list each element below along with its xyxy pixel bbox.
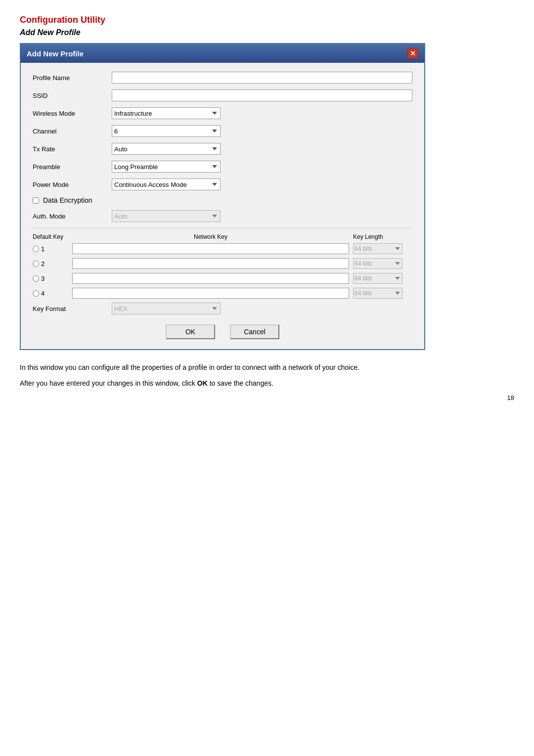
preamble-row: Preamble Long Preamble Short Preamble Au…	[33, 161, 412, 173]
preamble-select[interactable]: Long Preamble Short Preamble Auto	[112, 161, 221, 173]
key-format-row: Key Format HEX ASCII	[33, 303, 412, 314]
key-4-length-col: 64 bits 128 bits	[353, 288, 412, 299]
key-1-label: 1	[41, 245, 44, 253]
description-para2-suffix: to save the changes.	[208, 379, 273, 387]
key-2-input[interactable]	[72, 258, 349, 269]
key-4-input[interactable]	[72, 288, 349, 299]
wireless-mode-label: Wireless Mode	[33, 110, 112, 117]
key-row-4: 4 64 bits 128 bits	[33, 288, 412, 299]
key-row-3: 3 64 bits 128 bits	[33, 273, 412, 284]
ssid-label: SSID	[33, 92, 112, 99]
key-length-header: Key Length	[353, 233, 412, 240]
key-row-1: 1 64 bits 128 bits	[33, 243, 412, 254]
key-1-length-select[interactable]: 64 bits 128 bits	[353, 243, 402, 254]
key-3-input[interactable]	[72, 273, 349, 284]
dialog-buttons: OK Cancel	[33, 324, 412, 339]
dialog-title: Add New Profile	[27, 49, 84, 58]
key-row-2: 2 64 bits 128 bits	[33, 258, 412, 269]
profile-name-input[interactable]	[112, 72, 412, 84]
channel-row: Channel 6 1 2 3 4 5 7 11	[33, 125, 412, 137]
data-encryption-checkbox[interactable]	[33, 197, 39, 204]
data-encryption-label[interactable]: Data Encryption	[43, 196, 92, 204]
key-1-input[interactable]	[72, 243, 349, 254]
key-format-select[interactable]: HEX ASCII	[112, 303, 221, 314]
wireless-mode-row: Wireless Mode Infrastructure Ad Hoc	[33, 107, 412, 119]
page-number: 18	[20, 394, 514, 401]
key-3-radio-col: 3	[33, 275, 72, 282]
key-4-radio-col: 4	[33, 290, 72, 297]
description-para2-prefix: After you have entered your changes in t…	[20, 379, 197, 387]
key-2-length-col: 64 bits 128 bits	[353, 258, 412, 269]
cancel-button[interactable]: Cancel	[230, 324, 279, 339]
add-new-profile-dialog: Add New Profile ✕ Profile Name SSID Wire…	[20, 43, 425, 350]
key-4-length-select[interactable]: 64 bits 128 bits	[353, 288, 402, 299]
key-2-label: 2	[41, 260, 44, 267]
tx-rate-select[interactable]: Auto 1 Mbps 2 Mbps 5.5 Mbps 11 Mbps	[112, 143, 221, 155]
key-4-radio[interactable]	[33, 290, 39, 297]
ssid-input[interactable]	[112, 89, 412, 101]
wireless-mode-select[interactable]: Infrastructure Ad Hoc	[112, 107, 221, 119]
dialog-body: Profile Name SSID Wireless Mode Infrastr…	[21, 63, 424, 349]
description-text: In this window you can configure all the…	[20, 362, 425, 389]
dialog-close-button[interactable]: ✕	[407, 48, 418, 59]
power-mode-label: Power Mode	[33, 181, 112, 188]
page-title: Configuration Utility	[20, 15, 514, 25]
key-1-radio-col: 1	[33, 245, 72, 253]
tx-rate-label: Tx Rate	[33, 145, 112, 153]
power-mode-select[interactable]: Continuous Access Mode Maximum Power Sav…	[112, 178, 221, 190]
auth-mode-row: Auth. Mode Auto Open System Shared Key	[33, 210, 412, 222]
ssid-row: SSID	[33, 89, 412, 101]
key-1-radio[interactable]	[33, 246, 39, 252]
dialog-titlebar: Add New Profile ✕	[21, 44, 424, 63]
key-3-label: 3	[41, 275, 44, 282]
profile-name-label: Profile Name	[33, 74, 112, 82]
key-2-radio-col: 2	[33, 260, 72, 267]
key-3-length-select[interactable]: 64 bits 128 bits	[353, 273, 402, 284]
key-1-length-col: 64 bits 128 bits	[353, 243, 412, 254]
power-mode-row: Power Mode Continuous Access Mode Maximu…	[33, 178, 412, 190]
key-2-radio[interactable]	[33, 261, 39, 267]
key-2-length-select[interactable]: 64 bits 128 bits	[353, 258, 402, 269]
section-subtitle: Add New Profile	[20, 28, 514, 37]
section-divider	[33, 228, 412, 228]
default-key-header: Default Key	[33, 233, 72, 240]
profile-name-row: Profile Name	[33, 72, 412, 84]
channel-label: Channel	[33, 128, 112, 135]
key-header-row: Default Key Network Key Key Length	[33, 233, 412, 240]
key-4-label: 4	[41, 290, 44, 297]
auth-mode-select[interactable]: Auto Open System Shared Key	[112, 210, 221, 222]
key-3-radio[interactable]	[33, 275, 39, 282]
key-3-length-col: 64 bits 128 bits	[353, 273, 412, 284]
key-format-label: Key Format	[33, 305, 112, 312]
ok-button[interactable]: OK	[166, 324, 215, 339]
tx-rate-row: Tx Rate Auto 1 Mbps 2 Mbps 5.5 Mbps 11 M…	[33, 143, 412, 155]
description-para2-bold: OK	[197, 379, 208, 387]
data-encryption-row: Data Encryption	[33, 196, 412, 204]
description-para1: In this window you can configure all the…	[20, 362, 425, 373]
channel-select[interactable]: 6 1 2 3 4 5 7 11	[112, 125, 221, 137]
network-key-header: Network Key	[72, 233, 349, 240]
auth-mode-label: Auth. Mode	[33, 213, 112, 220]
preamble-label: Preamble	[33, 163, 112, 171]
description-para2: After you have entered your changes in t…	[20, 378, 425, 389]
